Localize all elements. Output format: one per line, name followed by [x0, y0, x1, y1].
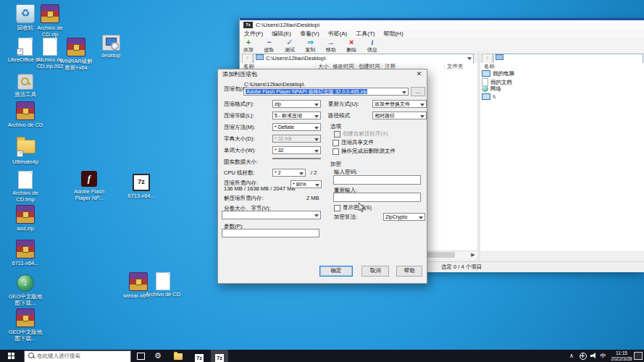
notification-tray-icon[interactable] [633, 350, 643, 362]
chevron-down-icon [420, 104, 425, 106]
desktop-icon-archivo-cd[interactable]: Archivo de CD [6, 101, 45, 128]
solid-size-combobox[interactable] [272, 158, 321, 159]
desktop-icon-flash-player[interactable]: f Adobe Flash Player NP... [70, 171, 109, 201]
dictionary-label: 字典大小(D): [224, 135, 255, 143]
list-item-unc[interactable]: \\ [480, 93, 644, 101]
move-button[interactable]: →移动 [322, 38, 340, 53]
task-view-button[interactable] [132, 350, 149, 362]
menu-file[interactable]: 文件(F) [240, 30, 267, 38]
ok-button[interactable]: 确定 [319, 266, 353, 277]
extract-button[interactable]: −提取 [260, 38, 277, 53]
desktop-icon-7z-file[interactable]: 7z 6713-x64... [122, 172, 161, 199]
right-up-folder-button[interactable]: ↑ [482, 54, 493, 64]
scroll-right-arrow[interactable]: ▶ [469, 251, 477, 258]
search-placeholder: 在此键入进行搜索 [37, 353, 80, 359]
chevron-down-icon [467, 57, 472, 60]
volume-tray-icon[interactable] [588, 350, 598, 362]
up-folder-button[interactable]: ↑ [242, 54, 253, 64]
cpu-threads-max: / 2 [311, 169, 317, 176]
desktop-icon-desktop-installer[interactable]: desktop [91, 33, 130, 59]
archive-name-combobox[interactable]: Adobe Flash Player NPAPI 最终纪念版 32.0.0.46… [243, 88, 409, 96]
window-titlebar[interactable]: 7zC:\Users\12liao\Desktop\ [240, 20, 644, 30]
delete-after-checkbox[interactable]: 操作完成后删除源文件 [333, 148, 396, 155]
show-password-checkbox[interactable]: 显示密码(S) [334, 204, 372, 211]
start-button[interactable] [8, 353, 14, 359]
toolbar: +添加 −提取 ✓测试 ⇒复制 →移动 ×删除 i信息 [240, 38, 644, 54]
ime-indicator[interactable]: 中 [598, 350, 608, 362]
copy-button[interactable]: ⇒复制 [301, 38, 319, 53]
search-icon [28, 353, 34, 358]
checkbox-icon [334, 205, 340, 211]
dialog-titlebar[interactable]: 添加到压缩包 [218, 70, 427, 80]
computer-icon [482, 70, 490, 77]
icon-label: 激活工具 [6, 91, 45, 98]
info-button[interactable]: i信息 [364, 38, 381, 53]
column-folders[interactable]: 文件夹 [444, 63, 464, 70]
delete-button[interactable]: ×删除 [343, 38, 360, 53]
right-address-combobox[interactable] [493, 54, 643, 64]
list-item-my-computer[interactable]: 我的电脑 [480, 70, 644, 78]
method-combobox[interactable]: * Deflate [272, 123, 321, 131]
document-icon [18, 171, 33, 189]
network-tray-icon[interactable] [578, 350, 588, 362]
menu-help[interactable]: 帮助(H) [379, 30, 407, 38]
desktop-icon-folder-shortcut[interactable]: ↗ Ultimate4p [6, 136, 45, 165]
menu-view[interactable]: 查看(V) [296, 30, 324, 38]
desktop-icon-geo-downloader[interactable]: ↓ GEO中文版地图下载... [6, 274, 45, 306]
add-button[interactable]: +添加 [240, 38, 257, 53]
memory-percent-combobox[interactable]: * 80% [290, 180, 322, 188]
path-mode-label: 路径模式 [328, 112, 350, 119]
desktop-icon-archivo-doc[interactable]: Archivo de CD [143, 272, 183, 298]
checkbox-icon [333, 140, 339, 146]
menu-edit[interactable]: 编辑(E) [267, 30, 296, 38]
list-item-network[interactable]: 网络 [480, 85, 644, 93]
share-files-checkbox[interactable]: 压缩共享文件 [333, 139, 374, 146]
clock[interactable]: 11:15 2022/3/28 [609, 350, 635, 362]
desktop-icon-6711[interactable]: 6711-x64... [6, 240, 45, 266]
address-combobox[interactable]: C:\Users\12liao\Desktop\ [254, 54, 474, 64]
help-button[interactable]: 帮助 [396, 266, 422, 277]
menu-tools[interactable]: 工具(T) [351, 30, 379, 38]
menu-bookmarks[interactable]: 书签(A) [324, 30, 352, 38]
cancel-button[interactable]: 取消 [361, 266, 389, 277]
dictionary-combobox[interactable]: * 32 KB [272, 135, 321, 143]
word-size-combobox[interactable]: * 32 [272, 146, 321, 154]
window-title: C:\Users\12liao\Desktop\ [256, 22, 319, 28]
winrar-archive-icon [41, 4, 59, 23]
create-sfx-checkbox[interactable]: 创建自解压程序(X) [334, 130, 388, 138]
format-label: 压缩格式(F): [224, 101, 254, 108]
word-size-label: 单词大小(W): [224, 147, 256, 154]
parameters-input[interactable] [222, 229, 319, 237]
chevron-down-icon [402, 91, 406, 94]
sevenzip-icon: 7z [215, 354, 224, 362]
split-size-combobox[interactable] [222, 211, 321, 219]
shortcut-arrow-icon: ↗ [17, 151, 23, 157]
desktop-icon-key-tool[interactable]: 激活工具 [6, 72, 45, 98]
settings-button[interactable]: ⚙ [149, 350, 167, 362]
password-input[interactable] [333, 175, 421, 185]
seven-zip-active-taskbar-button[interactable]: 7z [211, 350, 228, 362]
reenter-password-input[interactable] [333, 193, 421, 202]
encryption-method-combobox[interactable]: ZipCrypto [383, 213, 425, 221]
list-item-my-documents[interactable]: 我的文档 [480, 78, 644, 86]
format-combobox[interactable]: zip [272, 100, 321, 108]
taskbar-search[interactable]: 在此键入进行搜索 [24, 350, 131, 362]
desktop-icon-winrar-crack[interactable]: WINRAR破解 最新+x64 [57, 38, 96, 71]
desktop-icon-asd-zip[interactable]: asd.zip [6, 205, 45, 232]
desktop-icon-archivo-tmp[interactable]: Archivo de CD.tmp [6, 171, 45, 203]
browse-button[interactable]: ... [411, 87, 425, 96]
column-name[interactable]: 名称 [482, 63, 495, 70]
path-mode-combobox[interactable]: 相对路径 [372, 111, 427, 119]
file-explorer-button[interactable] [170, 350, 187, 362]
update-mode-combobox[interactable]: 添加并替换文件 [372, 100, 427, 108]
winrar-archive-icon [16, 205, 35, 224]
tray-chevron[interactable]: ∧ [566, 350, 577, 362]
test-button[interactable]: ✓测试 [281, 38, 298, 53]
desktop-icon-geo-archive[interactable]: GEO中文版地图下载... [6, 308, 45, 342]
desktop-icon-archivo-zip[interactable]: Archivo de CD.zip [30, 4, 70, 38]
key-tool-icon [17, 74, 33, 90]
close-button[interactable]: ✕ [412, 70, 426, 80]
cpu-threads-combobox[interactable]: * 2 [272, 169, 306, 177]
level-combobox[interactable]: 5 - 标准压缩 [272, 111, 321, 119]
seven-zip-taskbar-button[interactable]: 7z [191, 350, 208, 362]
